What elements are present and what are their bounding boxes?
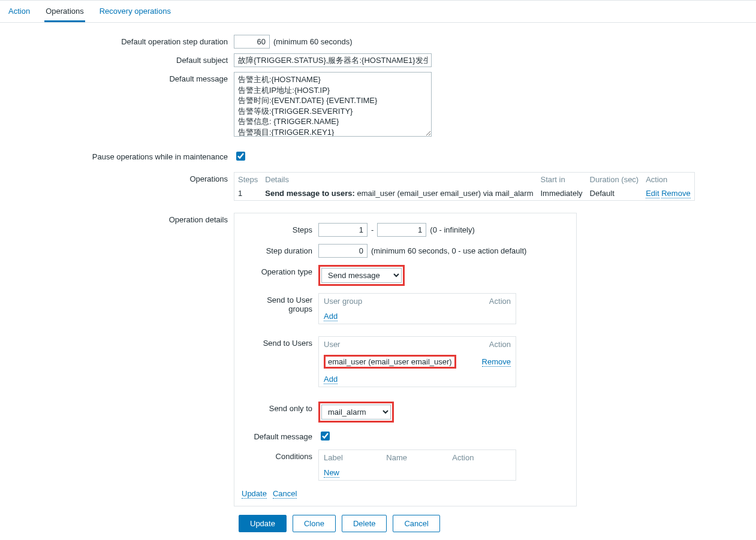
ops-row: 1 Send message to users: email_user (ema…: [234, 186, 695, 201]
details-label-step-duration: Step duration: [242, 244, 318, 255]
details-label-op-type: Operation type: [242, 265, 318, 276]
details-label-send-only: Send only to: [242, 402, 318, 413]
input-default-subject[interactable]: [234, 53, 432, 67]
conditions-table: Label Name Action New: [318, 450, 516, 481]
select-send-only-to[interactable]: mail_alarm: [321, 405, 391, 420]
details-cancel-link[interactable]: Cancel: [273, 489, 297, 499]
users-table: User Action email_user (email_user email…: [318, 336, 516, 387]
ops-th-action: Action: [642, 173, 694, 187]
step-sep: -: [371, 225, 374, 234]
label-pause-maintenance: Pause operations while in maintenance: [0, 150, 234, 161]
details-update-link[interactable]: Update: [242, 489, 267, 499]
users-add-link[interactable]: Add: [324, 375, 338, 384]
clone-button[interactable]: Clone: [293, 515, 336, 532]
button-row: Update Clone Delete Cancel: [0, 509, 756, 532]
hint-step-duration: (minimum 60 seconds): [273, 37, 353, 46]
tab-bar: Action Operations Recovery operations: [0, 0, 756, 23]
details-label-default-msg: Default message: [242, 430, 318, 441]
users-th-action: Action: [474, 337, 516, 352]
form-area: Default operation step duration (minimum…: [0, 23, 756, 540]
operations-table: Steps Details Start in Duration (sec) Ac…: [234, 172, 695, 201]
input-step-from[interactable]: [318, 223, 368, 237]
user-remove-link[interactable]: Remove: [482, 357, 511, 367]
cancel-button[interactable]: Cancel: [393, 515, 439, 532]
ops-th-details: Details: [261, 173, 537, 187]
tab-action[interactable]: Action: [7, 1, 31, 22]
select-operation-type[interactable]: Send message: [321, 268, 402, 283]
textarea-default-message[interactable]: 告警主机:{HOSTNAME} 告警主机IP地址:{HOST.IP} 告警时间:…: [234, 72, 432, 137]
user-cell: email_user (email_user email_user): [328, 357, 452, 366]
details-label-conditions: Conditions: [242, 450, 318, 461]
hint-steps: (0 - infinitely): [430, 225, 474, 234]
details-label-send-groups: Send to User groups: [242, 293, 318, 313]
cond-new-link[interactable]: New: [324, 468, 339, 478]
label-operations: Operations: [0, 172, 234, 183]
users-th-user: User: [319, 337, 474, 352]
highlight-send-only: mail_alarm: [318, 402, 394, 423]
ops-cell-duration: Default: [586, 186, 643, 201]
ops-cell-details: Send message to users: email_user (email…: [261, 186, 537, 201]
tab-recovery[interactable]: Recovery operations: [98, 1, 172, 22]
label-default-message: Default message: [0, 72, 234, 83]
label-default-subject: Default subject: [0, 53, 234, 65]
label-operation-details: Operation details: [0, 213, 234, 224]
cond-th-action: Action: [447, 450, 516, 466]
hint-step-duration2: (minimum 60 seconds, 0 - use action defa…: [371, 246, 526, 255]
input-default-step-duration[interactable]: [234, 35, 270, 49]
details-label-steps: Steps: [242, 223, 318, 234]
details-label-send-users: Send to Users: [242, 336, 318, 348]
groups-th-action: Action: [438, 294, 516, 309]
highlight-user: email_user (email_user email_user): [324, 355, 456, 369]
checkbox-default-message[interactable]: [321, 432, 330, 441]
ops-th-duration: Duration (sec): [586, 173, 643, 187]
ops-cell-startin: Immediately: [537, 186, 586, 201]
label-default-step-duration: Default operation step duration: [0, 35, 234, 46]
ops-th-startin: Start in: [537, 173, 586, 187]
ops-remove-link[interactable]: Remove: [661, 189, 690, 198]
ops-th-steps: Steps: [234, 173, 262, 187]
cond-th-label: Label: [319, 450, 382, 466]
ops-cell-step: 1: [234, 186, 262, 201]
groups-th-group: User group: [319, 294, 438, 309]
update-button[interactable]: Update: [239, 515, 287, 532]
cond-th-name: Name: [381, 450, 447, 466]
input-step-to[interactable]: [377, 223, 426, 237]
delete-button[interactable]: Delete: [342, 515, 387, 532]
user-groups-table: User group Action Add: [318, 293, 516, 324]
operation-details-box: Steps - (0 - infinitely) Step duration (…: [234, 213, 577, 506]
highlight-op-type: Send message: [318, 265, 405, 286]
tab-operations[interactable]: Operations: [44, 1, 85, 22]
groups-add-link[interactable]: Add: [324, 312, 338, 321]
ops-cell-actions: Edit Remove: [642, 186, 694, 201]
ops-edit-link[interactable]: Edit: [646, 189, 659, 198]
input-step-duration[interactable]: [318, 244, 368, 258]
checkbox-pause-maintenance[interactable]: [236, 152, 245, 161]
